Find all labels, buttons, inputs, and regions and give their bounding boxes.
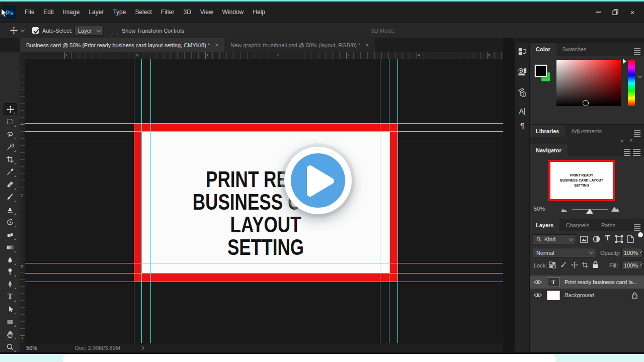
tool-pen[interactable] bbox=[4, 278, 17, 290]
color-foreground-swatch[interactable] bbox=[535, 65, 547, 77]
menu-view[interactable]: View bbox=[196, 6, 218, 18]
close-button[interactable]: × bbox=[624, 6, 641, 18]
hue-slider[interactable] bbox=[628, 60, 635, 106]
tool-eraser[interactable] bbox=[4, 229, 17, 241]
layer-name[interactable]: Print ready business card la... bbox=[565, 279, 637, 285]
tool-type[interactable]: T bbox=[4, 291, 17, 303]
history-panel-icon[interactable] bbox=[515, 48, 530, 56]
lock-all-icon[interactable] bbox=[592, 261, 599, 268]
document-tab-new-graphic[interactable]: New graphic thumbnail.psd @ 50% (layout,… bbox=[224, 38, 375, 52]
tool-brush[interactable] bbox=[4, 191, 17, 203]
layer-filter-kind-dropdown[interactable]: Kind bbox=[533, 234, 576, 244]
menu-select[interactable]: Select bbox=[130, 6, 156, 18]
color-field[interactable] bbox=[556, 60, 621, 106]
filter-adjustment-layers-icon[interactable] bbox=[593, 235, 600, 243]
menu-image[interactable]: Image bbox=[58, 6, 84, 18]
auto-select-target-dropdown[interactable]: Layer bbox=[74, 26, 104, 36]
tool-quick-selection[interactable] bbox=[4, 141, 17, 153]
status-chevron-icon[interactable] bbox=[140, 345, 144, 349]
layer-row-text[interactable]: T Print ready business card la... bbox=[530, 276, 644, 289]
text-layer-thumbnail[interactable]: T bbox=[547, 278, 560, 287]
lock-transparency-icon[interactable] bbox=[549, 261, 556, 268]
menu-filter[interactable]: Filter bbox=[156, 6, 179, 18]
menu-help[interactable]: Help bbox=[248, 6, 270, 18]
menu-type[interactable]: Type bbox=[108, 6, 130, 18]
navigator-zoom-value[interactable]: 50% bbox=[534, 206, 545, 212]
auto-select-checkbox[interactable] bbox=[32, 27, 39, 34]
menu-3d[interactable]: 3D bbox=[179, 6, 195, 18]
tool-rectangle[interactable] bbox=[4, 316, 17, 328]
tool-clone-stamp[interactable] bbox=[4, 204, 17, 216]
tool-path-selection[interactable] bbox=[4, 303, 17, 315]
menu-window[interactable]: Window bbox=[218, 6, 249, 18]
blend-mode-dropdown[interactable]: Normal bbox=[533, 248, 596, 257]
tab-libraries[interactable]: Libraries bbox=[530, 125, 565, 137]
filter-type-layers-icon[interactable]: T bbox=[605, 234, 610, 242]
tab-swatches[interactable]: Swatches bbox=[556, 43, 593, 56]
device-preview-panel-icon[interactable] bbox=[515, 68, 530, 76]
restore-button[interactable] bbox=[607, 6, 624, 18]
clone-source-panel-icon[interactable] bbox=[515, 88, 530, 97]
tool-gradient[interactable] bbox=[4, 241, 17, 253]
lock-pixels-brush-icon[interactable] bbox=[560, 261, 567, 268]
minimize-button[interactable] bbox=[590, 6, 607, 18]
guide-vertical bbox=[141, 59, 142, 343]
tool-hand[interactable] bbox=[4, 328, 17, 340]
navigator-slider-thumb[interactable] bbox=[586, 209, 593, 214]
tool-spot-healing[interactable] bbox=[4, 178, 17, 191]
tab-close-icon[interactable]: × bbox=[215, 42, 218, 49]
navigator-menu-icon[interactable] bbox=[624, 151, 630, 152]
color-panel-collapse-icon[interactable] bbox=[638, 74, 642, 78]
filter-pixel-layers-icon[interactable] bbox=[580, 236, 588, 243]
tab-paths[interactable]: Paths bbox=[595, 219, 621, 231]
opacity-dropdown[interactable]: 100% bbox=[621, 248, 642, 257]
visibility-eye-icon[interactable] bbox=[534, 293, 542, 298]
tool-move[interactable] bbox=[4, 103, 17, 115]
dock-expand-icon[interactable] bbox=[633, 151, 640, 152]
filter-shape-layers-icon[interactable] bbox=[615, 235, 623, 243]
menu-file[interactable]: File bbox=[20, 6, 39, 18]
tool-eyedropper[interactable] bbox=[4, 166, 17, 178]
tool-history-brush[interactable] bbox=[4, 216, 17, 228]
collapse-panel-icon[interactable]: « bbox=[620, 138, 623, 143]
lock-position-icon[interactable] bbox=[571, 261, 578, 268]
opacity-label: Opacity: bbox=[600, 250, 620, 256]
tool-lasso[interactable] bbox=[4, 128, 17, 140]
layer-row-background[interactable]: Background bbox=[530, 289, 644, 302]
layers-menu-icon[interactable] bbox=[634, 226, 640, 227]
tool-blur[interactable] bbox=[4, 254, 17, 266]
layer-name[interactable]: Background bbox=[565, 292, 594, 298]
close-panel-icon[interactable]: × bbox=[629, 138, 632, 143]
status-zoom[interactable]: 50% bbox=[26, 345, 37, 351]
paragraph-panel-icon[interactable]: ¶ bbox=[515, 121, 530, 130]
canvas[interactable]: PRINT READY BUSINESS CARD LAYOUT SETTING bbox=[25, 59, 503, 343]
tab-channels[interactable]: Channels bbox=[559, 219, 595, 231]
navigator-thumbnail[interactable]: PRINT READY BUSINESS CARD LAYOUT SETTING bbox=[548, 160, 615, 201]
hruler-label: 4 bbox=[418, 53, 420, 57]
character-panel-icon[interactable]: A| bbox=[515, 107, 530, 115]
move-icon bbox=[7, 106, 14, 113]
visibility-eye-icon[interactable] bbox=[534, 280, 542, 285]
tab-layers[interactable]: Layers bbox=[530, 219, 559, 231]
tab-navigator[interactable]: Navigator bbox=[530, 144, 568, 156]
filter-toggle[interactable] bbox=[638, 232, 643, 237]
zoom-in-mountain-icon[interactable] bbox=[611, 206, 619, 212]
menu-edit[interactable]: Edit bbox=[39, 6, 58, 18]
lock-artboard-icon[interactable] bbox=[582, 261, 589, 268]
filter-smart-objects-icon[interactable] bbox=[627, 235, 634, 243]
libraries-menu-icon[interactable] bbox=[634, 132, 640, 133]
tool-dodge[interactable] bbox=[4, 265, 17, 278]
background-layer-thumbnail[interactable] bbox=[547, 291, 560, 300]
tool-marquee[interactable] bbox=[4, 116, 17, 128]
tab-adjustments[interactable]: Adjustments bbox=[565, 125, 608, 137]
zoom-out-mountain-icon[interactable] bbox=[561, 208, 567, 212]
tool-crop[interactable] bbox=[4, 153, 17, 165]
fill-dropdown[interactable]: 100% bbox=[621, 260, 642, 270]
layer-lock-icon bbox=[632, 292, 637, 299]
tool-preset-chevron-icon[interactable] bbox=[21, 28, 25, 32]
color-panel-menu-icon[interactable] bbox=[634, 50, 640, 51]
document-tab-business-card[interactable]: Business card @ 50% (Print ready busines… bbox=[20, 38, 224, 52]
menu-layer[interactable]: Layer bbox=[84, 6, 108, 18]
tab-close-icon[interactable]: × bbox=[365, 42, 369, 49]
tab-color[interactable]: Color bbox=[530, 43, 556, 56]
